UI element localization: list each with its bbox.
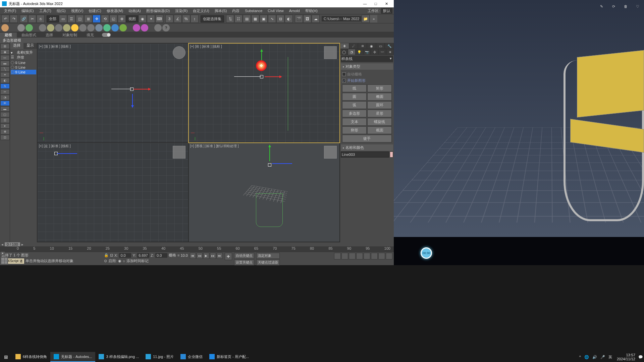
tool-f-icon[interactable] [47,24,54,32]
redo-icon[interactable]: ↷ [10,15,18,23]
tool-k-icon[interactable] [87,24,95,32]
menu-modifiers[interactable]: 修改器(M) [104,8,126,13]
tool-l-icon[interactable] [95,24,103,32]
se-icon-7[interactable]: ◐ [0,78,10,83]
timeslider-next-icon[interactable]: ▸ [20,242,25,247]
tool-m-icon[interactable] [103,24,111,32]
help-icon[interactable]: ? [162,24,170,32]
viewcube-icon[interactable] [324,146,337,159]
percent-snap-icon[interactable]: % [182,15,190,23]
se-icon-3[interactable]: ▭ [0,55,10,60]
enable-cb2[interactable]: ○ [123,259,125,263]
tool-h-icon[interactable] [63,24,70,32]
tray-network-icon[interactable]: 🌐 [584,355,589,359]
next-frame-icon[interactable]: ▸▸ [210,253,216,259]
taskbar-item[interactable]: 6样条线转倒角 [12,352,50,362]
edit-icon[interactable]: ✎ [598,3,604,9]
se-icon-5[interactable]: ╲ [0,66,10,72]
viewport-left[interactable]: [+] [左 ] [标准 ] [线框 ] [38,143,188,242]
menu-grapheditors[interactable]: 图形编辑器(D) [144,8,172,13]
project-folder-icon[interactable]: 📁 [362,15,370,23]
window-crossing-icon[interactable]: ⊞ [84,15,92,23]
abs-rel-icon[interactable]: ⊡ [110,253,113,257]
se-icon-16[interactable]: ❖ [0,129,10,134]
scene-header[interactable]: ▾ ☰名称(按升序排 [11,50,36,60]
time-slider[interactable]: ◂ 0 / 100 ▸ [0,242,394,246]
zoom-extents-icon[interactable] [349,253,356,259]
manip-icon[interactable]: ✦ [147,15,155,23]
display-tab-icon[interactable]: ▭ [376,43,385,49]
se-icon-10[interactable]: ◔ [0,95,10,100]
shape-ellipse-button[interactable]: 椭圆 [367,93,392,101]
zoom-extents-all-icon[interactable] [356,253,363,259]
vertex-handle[interactable] [260,75,263,78]
se-icon-6[interactable]: ✦ [0,72,10,77]
schematic-icon[interactable]: ⊟ [276,15,284,23]
play-icon[interactable]: ▶ [203,253,209,259]
taskbar-item[interactable]: 新标签页 - 用户配... [206,352,252,362]
viewport-layout-icon[interactable] [1,257,8,264]
project-path[interactable]: C:\Users\··· Max 2022 [322,16,361,21]
systems-icon[interactable]: ✳ [386,49,394,55]
zoom-all-icon[interactable] [341,253,348,259]
scene-tab-select[interactable]: 选择 [10,43,23,49]
select-name-icon[interactable]: ☰ [67,15,75,23]
select-region-icon[interactable]: ◫ [76,15,84,23]
ribbon-tab-populate[interactable]: 填充 [82,33,99,38]
autogrid-checkbox[interactable]: 自动栅格 [342,71,392,77]
shape-circle-button[interactable]: 圆 [342,93,367,101]
viewcube-icon[interactable] [173,46,185,59]
goto-start-icon[interactable]: ⏮ [190,253,196,259]
start-button[interactable]: ⊞ [0,354,12,360]
close-button[interactable]: ✕ [381,2,392,6]
gizmo-y-axis[interactable] [269,145,270,161]
tool-p-icon[interactable] [133,24,140,32]
favorite-icon[interactable]: ♡ [635,3,641,9]
rotate-icon[interactable]: ⟲ [101,15,109,23]
align-icon[interactable]: ☷ [234,15,243,23]
se-icon-2[interactable]: ◉ [0,49,10,55]
se-icon-17[interactable]: ⊡ [0,135,10,140]
shape-line-button[interactable]: 线 [342,84,367,92]
key-filters-button[interactable]: 关键点过滤器 [256,259,280,265]
shape-rectangle-button[interactable]: 矩形 [367,84,392,92]
spacewarps-icon[interactable]: 〰 [378,49,386,55]
modify-tab-icon[interactable]: ☄ [349,43,358,49]
render-setup-icon[interactable]: 🎬 [295,15,303,23]
object-color-swatch[interactable] [390,152,393,158]
taskbar-item[interactable]: 无标题 - Autodes... [50,352,95,362]
goto-end-icon[interactable]: ⏭ [217,253,223,259]
menu-animation[interactable]: 动画(A) [126,8,144,13]
ribbon-tab-modeling[interactable]: 建模 [0,33,17,38]
viewport-label[interactable]: [+] [前 ] [标准 ] [线框 ] [190,44,222,49]
layers-icon[interactable]: ▤ [243,15,251,23]
se-icon-15[interactable]: ▾ [0,123,10,129]
taskbar-item[interactable]: 11.jpg - 照片 [142,352,177,362]
ribbon-tab-freeform[interactable]: 自由形式 [17,33,41,38]
tool-c-icon[interactable] [17,24,25,32]
layer-explorer-icon[interactable]: ▦ [251,15,259,23]
setkey-button[interactable]: 设置关键点 [234,259,254,265]
viewport-top[interactable]: [+] [顶 ] [标准 ] [线框 ] —| [38,44,188,142]
rollout-object-type[interactable]: ▪ 对象类型 [341,63,393,70]
rotate-icon[interactable]: ⟳ [610,3,616,9]
pan-icon[interactable] [371,253,378,259]
subcategory-dropdown[interactable]: 样条线 [341,56,393,62]
maximize-button[interactable]: □ [370,2,381,6]
tool-i-icon[interactable] [71,24,78,32]
se-icon-11[interactable]: 👁 [0,101,10,106]
scene-item[interactable]: ① Line [11,60,36,65]
menu-rendering[interactable]: 渲染(R) [172,8,190,13]
ribbon-toggle[interactable] [102,33,111,37]
scale-icon[interactable]: ◱ [109,15,117,23]
refcoord-dropdown[interactable]: 视图 [126,15,138,22]
lights-icon[interactable]: 💡 [356,49,363,55]
y-input[interactable]: 6.697 [137,253,149,258]
link-icon[interactable]: 🔗 [20,15,28,23]
menu-create[interactable]: 创建(C) [86,8,104,13]
scene-item-selected[interactable]: ① Line [11,70,36,74]
mirror-icon[interactable]: ⮁ [226,15,234,23]
se-icon-1[interactable]: ⊞ [0,44,10,49]
gizmo-z-axis[interactable] [132,94,133,107]
notifications-icon[interactable]: 💬 [637,355,644,359]
